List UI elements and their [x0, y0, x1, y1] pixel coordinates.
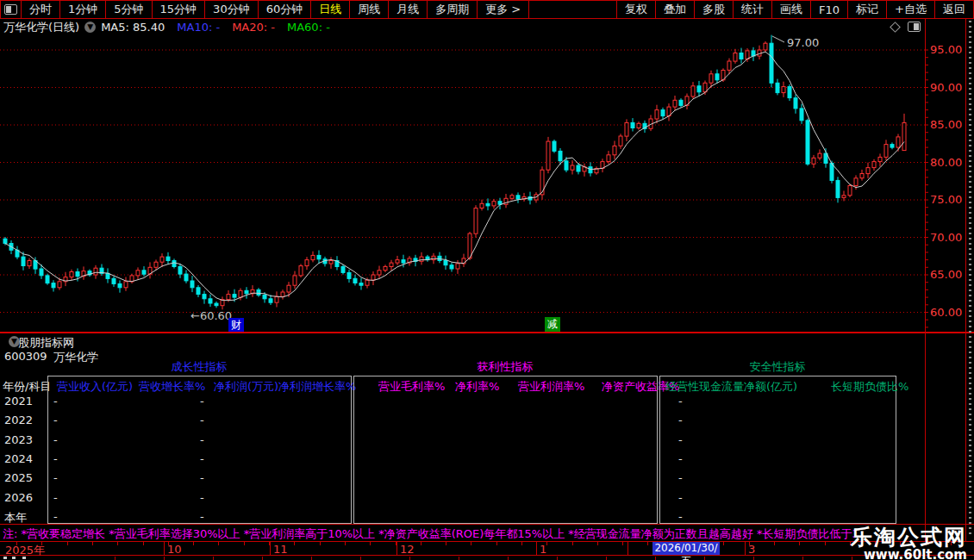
toolbar-action-1[interactable]: 叠加 — [655, 1, 694, 18]
ma-label-2: MA20: - — [232, 21, 275, 34]
empty-cell: - — [200, 414, 204, 426]
svg-text:97.00: 97.00 — [787, 36, 819, 49]
axis-tick — [360, 557, 361, 560]
axis-tick — [421, 542, 421, 545]
axis-tick — [704, 557, 705, 560]
axis-tick — [647, 542, 648, 545]
period-tab-4[interactable]: 30分钟 — [205, 1, 259, 18]
split-panel-icon[interactable] — [908, 22, 921, 32]
axis-tick — [459, 557, 459, 560]
toolbar-action-6[interactable]: 标记 — [847, 1, 886, 18]
indicator-group-profitability: 营业毛利率%净利率%营业利润率%净资产收益率% — [353, 376, 658, 524]
chart-canvas[interactable]: 97.00←60.60 — [0, 34, 974, 333]
app-window: 分时1分钟5分钟15分钟30分钟60分钟日线周线月线多周期更多 > 复权叠加多股… — [0, 0, 974, 560]
y-axis-label: 85.00 — [930, 118, 962, 131]
stock-name: 万华化学 — [53, 350, 98, 365]
y-axis-label: 90.00 — [930, 81, 962, 94]
year-row-label: 2025 — [4, 471, 33, 484]
year-row-label: 2022 — [4, 414, 33, 426]
column-header: 营业收入(亿元) — [57, 379, 133, 395]
column-header: 净利润(万元) — [214, 379, 278, 395]
axis-tick — [115, 557, 116, 560]
axis-divider — [164, 542, 165, 555]
axis-tick — [294, 542, 295, 545]
chart-info-bar: 万华化学(日线) ▼ MA5: 85.40MA10: -MA20: -MA60:… — [0, 20, 974, 34]
axis-tick — [244, 542, 245, 545]
date-label: 1 — [540, 543, 546, 556]
axis-tick — [774, 542, 775, 545]
table-bottom-divider — [0, 524, 974, 525]
axis-divider — [627, 542, 628, 555]
group-title-safety: 安全性指标 — [683, 359, 872, 375]
toolbar-action-8[interactable]: 返回 — [934, 1, 973, 18]
axis-tick — [723, 542, 724, 545]
toolbar-action-3[interactable]: 统计 — [733, 1, 771, 18]
period-tab-8[interactable]: 月线 — [389, 1, 428, 18]
group-title-growth: 成长性指标 — [104, 359, 294, 375]
axis-tick — [508, 557, 509, 560]
indicator-group-safety: 经营性现金流量净额(亿元)长短期负债比% — [659, 376, 896, 524]
empty-cell: - — [200, 452, 204, 465]
empty-cell: - — [200, 510, 204, 523]
period-tab-0[interactable]: 分时 — [22, 1, 60, 18]
column-header: 营业毛利率% — [378, 379, 445, 395]
y-axis-label: 70.00 — [930, 231, 962, 244]
axis-tick — [606, 557, 607, 560]
empty-cell: - — [200, 395, 204, 408]
empty-cell: - — [678, 471, 683, 484]
period-tab-10[interactable]: 更多 > — [478, 1, 529, 18]
period-tab-1[interactable]: 1分钟 — [60, 1, 106, 18]
axis-tick — [92, 542, 93, 545]
date-axis: 2025年101112132026/01/30/五 — [0, 541, 974, 556]
axis-divider — [536, 542, 537, 555]
ma-label-1: MA10: - — [177, 21, 220, 34]
toolbar-action-7[interactable]: +自选 — [886, 1, 934, 18]
period-tab-3[interactable]: 15分钟 — [153, 1, 206, 18]
toolbar-action-0[interactable]: 复权 — [616, 1, 655, 18]
axis-right-border — [965, 19, 966, 541]
axis-tick — [521, 542, 522, 545]
axis-divider — [270, 542, 271, 555]
period-tab-7[interactable]: 周线 — [350, 1, 389, 18]
highlighted-date: 2026/01/30/五 — [652, 542, 720, 555]
axis-tick — [446, 542, 446, 545]
toolbar-action-2[interactable]: 多股 — [694, 1, 733, 18]
empty-cell: - — [200, 491, 204, 504]
date-label: 10 — [167, 543, 182, 556]
indicator-note: 注: *营收要稳定增长 *营业毛利率选择30%以上 *营业利润率高于10%以上 … — [3, 526, 854, 542]
y-axis-label: 65.00 — [930, 268, 962, 281]
chart-badge-1: 减 — [545, 317, 560, 332]
chart-badge-0: 财 — [228, 318, 244, 333]
period-tab-2[interactable]: 5分钟 — [106, 1, 152, 18]
period-tab-6[interactable]: 日线 — [311, 1, 350, 18]
toolbar-action-4[interactable]: 画线 — [771, 1, 810, 18]
period-tab-5[interactable]: 60分钟 — [259, 1, 312, 18]
axis-tick — [753, 557, 754, 560]
diamond-marker-icon[interactable] — [890, 22, 901, 33]
y-axis-label: 60.00 — [930, 306, 962, 319]
empty-cell: - — [53, 414, 58, 426]
cutoff-text-fragment — [22, 557, 26, 559]
period-tab-9[interactable]: 多周期 — [428, 1, 478, 18]
empty-cell: - — [678, 491, 683, 504]
empty-cell: - — [53, 395, 58, 408]
axis-tick — [262, 557, 263, 560]
empty-cell: - — [53, 491, 58, 504]
layout-panel-icon[interactable] — [1, 1, 22, 18]
candlestick-chart[interactable]: 97.00←60.60 95.0090.0085.0080.0075.0070.… — [0, 34, 974, 333]
chart-panel-divider — [0, 332, 974, 333]
chevron-down-icon[interactable]: ▼ — [84, 22, 96, 33]
row-header-label: 年份/科目 — [3, 379, 51, 395]
column-header: 净利率% — [455, 379, 499, 395]
axis-tick — [218, 542, 219, 545]
toolbar-action-5[interactable]: F10 — [810, 1, 847, 18]
top-toolbar: 分时1分钟5分钟15分钟30分钟60分钟日线周线月线多周期更多 > 复权叠加多股… — [0, 0, 974, 19]
empty-cell: - — [678, 414, 683, 426]
column-header: 长短期负债比% — [831, 379, 908, 395]
svg-text:←60.60: ←60.60 — [190, 309, 232, 322]
axis-tick — [409, 557, 410, 560]
secondary-axis-row — [0, 557, 974, 560]
empty-cell: - — [53, 452, 58, 465]
cutoff-text-fragment — [12, 557, 16, 559]
axis-tick — [802, 557, 803, 560]
